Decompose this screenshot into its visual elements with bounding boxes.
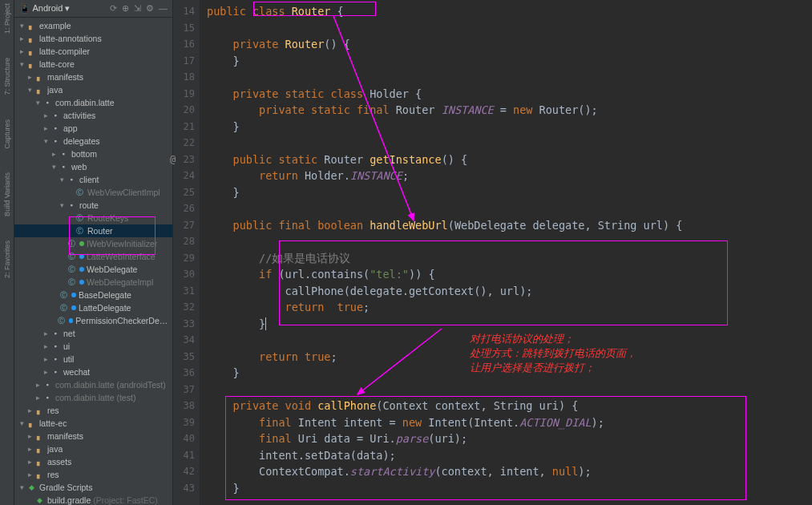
code-line[interactable]: [207, 135, 812, 152]
hide-icon[interactable]: —: [159, 3, 168, 14]
tab-captures[interactable]: Captures: [3, 119, 11, 149]
tree-node[interactable]: ▾▖latte-core: [14, 58, 172, 71]
tree-node[interactable]: ◆build.gradle (Project: FastEC): [14, 494, 172, 505]
tree-label: latte-annotations: [39, 34, 102, 43]
tree-node[interactable]: ▾◆Gradle Scripts: [14, 481, 172, 494]
code-line[interactable]: }: [207, 53, 812, 70]
code-line[interactable]: public static Router getInstance() {: [207, 152, 812, 168]
tree-label: RouteKeys: [87, 213, 128, 223]
code-line[interactable]: //如果是电话协议: [207, 250, 812, 267]
code-line[interactable]: final Intent intent = new Intent(Intent.…: [207, 414, 812, 431]
tree-node[interactable]: ▾▖latte-ec: [14, 417, 172, 430]
fld-icon: ▖: [26, 33, 37, 44]
tree-node[interactable]: ▸▪net: [14, 327, 172, 340]
tree-label: java: [47, 444, 63, 454]
code-line[interactable]: [207, 200, 812, 217]
tree-node[interactable]: ▾▖java: [14, 83, 172, 96]
tree-node[interactable]: ⒸWebViewClientImpl: [14, 186, 172, 199]
tree-label: manifests: [47, 72, 83, 82]
code-line[interactable]: public class Router {: [207, 3, 812, 20]
code-line[interactable]: [207, 20, 812, 37]
tree-label: wechat: [63, 367, 90, 377]
code-line[interactable]: if (url.contains("tel:")) {: [207, 266, 812, 283]
code-line[interactable]: return true;: [207, 299, 812, 316]
tree-node[interactable]: ▸▖latte-annotations: [14, 32, 172, 45]
tab-project[interactable]: 1: Project: [3, 3, 11, 34]
tree-node[interactable]: ▾▪web: [14, 160, 172, 173]
tree-node[interactable]: ▸▖latte-compiler: [14, 45, 172, 58]
tree-node[interactable]: ⒸPermissionCheckerDelegate: [14, 314, 172, 327]
tree-node[interactable]: ▸▪com.diabin.latte (test): [14, 391, 172, 404]
tree-label: bottom: [71, 149, 97, 159]
tree-label: LatteDelegate: [79, 303, 131, 313]
tree-node[interactable]: ▸▖manifests: [14, 71, 172, 83]
fld-icon: ▖: [26, 20, 37, 31]
cls-icon: Ⓒ: [58, 289, 69, 301]
view-selector[interactable]: 📱 Android ▾: [19, 3, 70, 14]
sync-icon[interactable]: ⟳: [110, 3, 117, 14]
tree-node[interactable]: ▸▖java: [14, 442, 172, 455]
code-editor[interactable]: 14151617181920212223@2425262728293031323…: [173, 0, 812, 505]
tree-node[interactable]: ▸▪bottom: [14, 147, 172, 160]
code-line[interactable]: }: [207, 184, 812, 201]
tab-structure[interactable]: 7: Structure: [3, 58, 11, 95]
pkg-icon: ▪: [50, 123, 61, 134]
fld-icon: ▖: [34, 405, 45, 416]
code-line[interactable]: private void callPhone(Context context, …: [207, 398, 812, 414]
tree-node[interactable]: ▸▪wechat: [14, 366, 172, 378]
code-area[interactable]: public class Router { private Router() {…: [200, 0, 812, 505]
tree-node[interactable]: ▸▖res: [14, 468, 172, 481]
code-line[interactable]: final Uri data = Uri.parse(uri);: [207, 430, 812, 447]
tree-node[interactable]: ⒸRouter: [14, 224, 172, 237]
tree-node[interactable]: ⒸRouteKeys: [14, 212, 172, 224]
tree-node[interactable]: ⒸWebDelegateImpl: [14, 276, 172, 289]
tree-node[interactable]: ▾▪delegates: [14, 135, 172, 147]
project-tree[interactable]: ▾▖example▸▖latte-annotations▸▖latte-comp…: [14, 18, 172, 505]
collapse-icon[interactable]: ⇲: [134, 3, 141, 14]
tree-node[interactable]: ▸▪app: [14, 122, 172, 135]
tree-node[interactable]: ⒸLatteWebInterface: [14, 250, 172, 263]
tree-node[interactable]: ▾▪route: [14, 199, 172, 212]
tree-node[interactable]: ▾▪com.diabin.latte: [14, 96, 172, 109]
code-line[interactable]: private Router() {: [207, 36, 812, 53]
code-line[interactable]: [207, 69, 812, 86]
tab-build-variants[interactable]: Build Variants: [3, 172, 11, 216]
tree-node[interactable]: ▸▖manifests: [14, 430, 172, 442]
sidebar-header: 📱 Android ▾ ⟳ ⊕ ⇲ ⚙ —: [14, 0, 172, 18]
code-line[interactable]: }: [207, 316, 812, 333]
tree-node[interactable]: ⒾIWebViewInitializer: [14, 237, 172, 250]
tree-node[interactable]: ▸▖res: [14, 404, 172, 417]
tab-favorites[interactable]: 2: Favorites: [3, 240, 11, 278]
target-icon[interactable]: ⊕: [122, 3, 129, 14]
tree-node[interactable]: ⒸBaseDelegate: [14, 289, 172, 301]
code-line[interactable]: private static final Router INSTANCE = n…: [207, 102, 812, 119]
tree-node[interactable]: ▸▖assets: [14, 455, 172, 468]
code-line[interactable]: }: [207, 480, 812, 497]
tree-node[interactable]: ▾▪client: [14, 173, 172, 186]
fld-icon: ▖: [26, 59, 37, 70]
tree-node[interactable]: ▾▖example: [14, 19, 172, 32]
code-line[interactable]: [207, 382, 812, 398]
tree-label: latte-core: [39, 59, 75, 69]
code-line[interactable]: intent.setData(data);: [207, 447, 812, 464]
code-line[interactable]: return Holder.INSTANCE;: [207, 168, 812, 184]
tree-node[interactable]: ⒸLatteDelegate: [14, 301, 172, 314]
code-line[interactable]: [207, 233, 812, 250]
tree-label: WebDelegate: [87, 265, 137, 274]
tree-node[interactable]: ▸▪util: [14, 353, 172, 366]
code-line[interactable]: public final boolean handleWebUrl(WebDel…: [207, 217, 812, 234]
tree-node[interactable]: ⒸWebDelegate: [14, 263, 172, 276]
code-line[interactable]: }: [207, 119, 812, 135]
gear-icon[interactable]: ⚙: [146, 3, 154, 14]
tree-node[interactable]: ▸▪ui: [14, 340, 172, 353]
code-line[interactable]: ContextCompat.startActivity(context, int…: [207, 463, 812, 480]
code-line[interactable]: callPhone(delegate.getContext(), url);: [207, 283, 812, 300]
tree-label: WebViewClientImpl: [87, 188, 160, 197]
code-line[interactable]: private static class Holder {: [207, 86, 812, 103]
left-toolbar: 1: Project 7: Structure Captures Build V…: [0, 0, 14, 505]
tree-label: com.diabin.latte (test): [55, 393, 135, 402]
tree-node[interactable]: ▸▪com.diabin.latte (androidTest): [14, 378, 172, 391]
pkg-icon: ▪: [58, 161, 69, 172]
cls-icon: Ⓒ: [74, 212, 85, 224]
tree-node[interactable]: ▸▪activities: [14, 109, 172, 122]
